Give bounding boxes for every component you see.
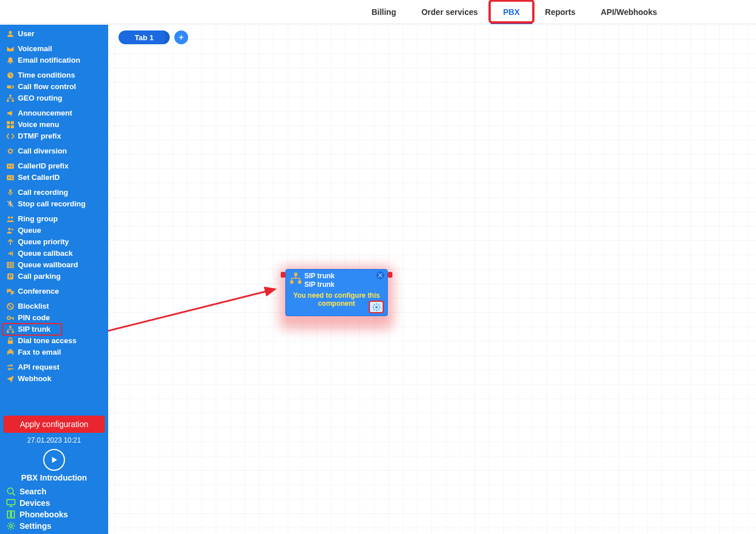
sidebar-item-queue-priority[interactable]: Queue priority [0,236,108,248]
table-icon [6,260,15,270]
footer-settings[interactable]: Settings [3,520,105,532]
nav-pbx[interactable]: PBX [491,0,533,24]
sidebar-item-label: Email notification [18,55,80,66]
svg-point-11 [8,166,10,167]
sidebar-item-callerid-prefix[interactable]: CallerID prefix [0,160,108,172]
sidebar-item-label: PIN code [18,313,50,323]
sidebar-item-blocklist[interactable]: Blocklist [0,301,108,312]
sidebar-item-voice-menu[interactable]: Voice menu [0,119,108,130]
sidebar-item-label: SIP trunk [18,324,51,335]
sidebar-item-label: API request [18,362,59,372]
users-icon [6,214,15,224]
sidebar-item-time-conditions[interactable]: Time conditions [0,70,108,81]
sidebar-item-call-flow-control[interactable]: Call flow control [0,81,108,93]
node-header: SIP trunk SIP trunk [286,270,387,289]
play-icon [50,456,58,464]
sidebar-item-pin-code[interactable]: PIN code [0,312,108,324]
sidebar-item-label: Time conditions [18,70,75,80]
svg-point-26 [7,316,10,319]
sidebar-item-call-diversion[interactable]: Call diversion [0,145,108,157]
sidebar-item-label: Announcement [18,108,72,118]
lock-icon [6,336,15,345]
sidebar-item-label: Stop call recording [18,199,86,209]
sidebar-item-fax-to-email[interactable]: Fax to email [0,347,108,358]
fax-icon [6,348,15,357]
svg-rect-7 [11,121,14,124]
network-icon [6,325,15,334]
sidebar-item-voicemail[interactable]: Voicemail [0,43,108,55]
svg-rect-6 [7,121,10,124]
apply-configuration-button[interactable]: Apply configuration [3,416,105,433]
footer-phonebooks[interactable]: Phonebooks [3,509,105,520]
svg-rect-16 [10,176,13,177]
sidebar-footer: Apply configuration 27.01.2023 10:21 PBX… [0,416,108,534]
svg-rect-28 [7,331,9,333]
svg-point-36 [10,525,13,528]
footer-search[interactable]: Search [3,486,105,497]
sidebar-item-label: Queue callback [18,248,72,259]
sidebar-item-call-parking[interactable]: Call parking [0,271,108,282]
sidebar-item-webhook[interactable]: Webhook [0,373,108,385]
network-icon [289,272,302,285]
scrollbar-thumb[interactable] [104,65,108,387]
user-plus-icon [6,226,15,235]
nav-billing[interactable]: Billing [359,0,409,24]
nav-order-services[interactable]: Order services [408,0,490,24]
sidebar-item-geo-routing[interactable]: GEO routing [0,93,108,104]
sidebar-item-api-request[interactable]: API request [0,362,108,373]
sidebar-item-label: Call diversion [18,146,67,156]
svg-point-21 [11,216,13,218]
idcard-icon [6,173,15,182]
sidebar-item-queue-callback[interactable]: Queue callback [0,248,108,259]
footer-devices[interactable]: Devices [3,497,105,509]
sidebar-item-announcement[interactable]: Announcement [0,107,108,119]
sidebar-item-queue-wallboard[interactable]: Queue wallboard [0,259,108,271]
sidebar-item-conference[interactable]: Conference [0,286,108,297]
svg-point-41 [375,306,377,308]
nav-reports[interactable]: Reports [532,0,588,24]
sidebar-item-label: Webhook [18,374,51,384]
footer-link-label: Settings [20,521,51,531]
node-subtitle: SIP trunk [304,281,384,289]
svg-rect-27 [9,326,12,328]
sip-trunk-node[interactable]: SIP trunk SIP trunk You need to configur… [285,269,388,316]
search-icon [6,486,16,497]
nav-api-webhooks[interactable]: API/Webhooks [588,0,670,24]
toggle-icon [6,82,15,91]
svg-rect-4 [7,100,9,102]
play-intro-button[interactable] [43,449,65,471]
sitemap-icon [6,94,15,103]
tab-1[interactable]: Tab 1 [119,30,170,44]
key-icon [6,313,15,322]
svg-line-37 [108,289,275,341]
svg-rect-33 [9,354,13,356]
sidebar-item-label: Blocklist [18,301,49,312]
sidebar-item-ring-group[interactable]: Ring group [0,213,108,225]
svg-rect-9 [11,125,14,128]
svg-rect-17 [10,178,13,179]
sidebar-item-queue[interactable]: Queue [0,225,108,236]
sidebar-item-set-callerid[interactable]: Set CallerID [0,172,108,183]
sidebar-item-stop-call-recording[interactable]: Stop call recording [0,198,108,210]
add-tab-button[interactable] [174,30,188,44]
sidebar-item-user[interactable]: User [0,28,108,40]
paper-plane-icon [6,374,15,383]
sidebar-item-call-recording[interactable]: Call recording [0,187,108,198]
bullhorn-icon [6,109,15,118]
svg-rect-23 [7,262,14,268]
sidebar-item-dtmf-prefix[interactable]: DTMF prefix [0,130,108,142]
canvas-toolbar: Tab 1 [119,30,188,44]
sidebar-item-dial-tone-access[interactable]: Dial tone access [0,335,108,347]
svg-rect-35 [7,500,15,505]
node-close-button[interactable] [376,271,384,279]
sidebar-item-email-notification[interactable]: Email notification [0,55,108,66]
svg-rect-10 [7,164,14,169]
svg-point-15 [8,177,10,179]
sidebar-item-sip-trunk[interactable]: SIP trunk [0,324,108,335]
node-configure-button[interactable] [369,301,384,313]
canvas[interactable]: Tab 1 SIP trunk SIP trunk You need to co… [108,25,756,534]
svg-rect-14 [7,175,14,180]
sidebar-item-label: Call parking [18,271,60,282]
sidebar-scroll[interactable]: User Voicemail Email notification Time c… [0,25,108,419]
svg-rect-24 [7,274,14,280]
